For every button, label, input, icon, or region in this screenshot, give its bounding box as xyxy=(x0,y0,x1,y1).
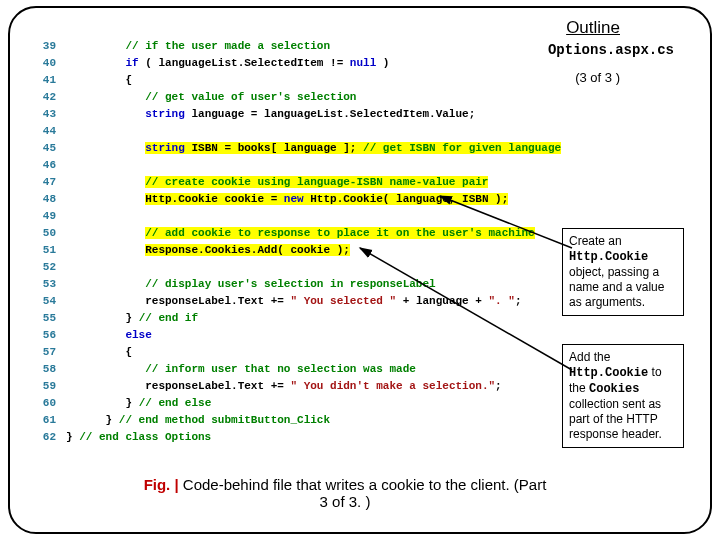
line-number: 53 xyxy=(42,276,66,293)
code-content: { xyxy=(66,72,132,89)
code-content: // inform user that no selection was mad… xyxy=(66,361,416,378)
line-number: 56 xyxy=(42,327,66,344)
code-line: 56 else xyxy=(42,327,542,344)
callout-code: Http.Cookie xyxy=(569,366,648,380)
code-line: 47 // create cookie using language-ISBN … xyxy=(42,174,542,191)
line-number: 59 xyxy=(42,378,66,395)
line-number: 60 xyxy=(42,395,66,412)
code-line: 46 xyxy=(42,157,542,174)
line-number: 44 xyxy=(42,123,66,140)
line-number: 50 xyxy=(42,225,66,242)
line-number: 57 xyxy=(42,344,66,361)
code-content: if ( languageList.SelectedItem != null ) xyxy=(66,55,389,72)
line-number: 48 xyxy=(42,191,66,208)
line-number: 43 xyxy=(42,106,66,123)
code-line: 45 string ISBN = books[ language ]; // g… xyxy=(42,140,542,157)
callout-text: object, passing a name and a value as ar… xyxy=(569,265,664,309)
figure-text: Code-behind file that writes a cookie to… xyxy=(179,476,547,510)
callout-text: Add the xyxy=(569,350,610,364)
code-content: Response.Cookies.Add( cookie ); xyxy=(66,242,350,259)
code-content: // if the user made a selection xyxy=(66,38,330,55)
callout-text: collection sent as part of the HTTP resp… xyxy=(569,397,677,442)
code-line: 39 // if the user made a selection xyxy=(42,38,542,55)
code-line: 52 xyxy=(42,259,542,276)
line-number: 40 xyxy=(42,55,66,72)
code-content: responseLabel.Text += " You didn't make … xyxy=(66,378,502,395)
code-line: 48 Http.Cookie cookie = new Http.Cookie(… xyxy=(42,191,542,208)
code-listing: 39 // if the user made a selection40 if … xyxy=(42,38,542,446)
code-content: // create cookie using language-ISBN nam… xyxy=(66,174,488,191)
line-number: 58 xyxy=(42,361,66,378)
code-content: { xyxy=(66,344,132,361)
code-content: Http.Cookie cookie = new Http.Cookie( la… xyxy=(66,191,508,208)
code-content: // add cookie to response to place it on… xyxy=(66,225,535,242)
line-number: 61 xyxy=(42,412,66,429)
code-content: } // end if xyxy=(66,310,198,327)
line-number: 55 xyxy=(42,310,66,327)
code-line: 49 xyxy=(42,208,542,225)
code-line: 58 // inform user that no selection was … xyxy=(42,361,542,378)
code-line: 55 } // end if xyxy=(42,310,542,327)
code-line: 43 string language = languageList.Select… xyxy=(42,106,542,123)
line-number: 62 xyxy=(42,429,66,446)
figure-caption: Fig. | Code-behind file that writes a co… xyxy=(140,476,550,510)
line-number: 52 xyxy=(42,259,66,276)
callout-text: Create an xyxy=(569,234,622,248)
code-line: 42 // get value of user's selection xyxy=(42,89,542,106)
line-number: 39 xyxy=(42,38,66,55)
line-number: 47 xyxy=(42,174,66,191)
code-line: 57 { xyxy=(42,344,542,361)
line-number: 45 xyxy=(42,140,66,157)
code-content: } // end class Options xyxy=(66,429,211,446)
code-line: 60 } // end else xyxy=(42,395,542,412)
code-line: 51 Response.Cookies.Add( cookie ); xyxy=(42,242,542,259)
code-line: 50 // add cookie to response to place it… xyxy=(42,225,542,242)
callout-code: Cookies xyxy=(589,382,639,396)
code-content xyxy=(66,259,73,276)
callout-create-cookie: Create an Http.Cookie object, passing a … xyxy=(562,228,684,316)
code-line: 44 xyxy=(42,123,542,140)
code-line: 62} // end class Options xyxy=(42,429,542,446)
code-content: else xyxy=(66,327,152,344)
code-line: 53 // display user's selection in respon… xyxy=(42,276,542,293)
code-content xyxy=(66,208,73,225)
slide-frame: Outline Options.aspx.cs (3 of 3 ) 39 // … xyxy=(8,6,712,534)
line-number: 49 xyxy=(42,208,66,225)
code-content: // display user's selection in responseL… xyxy=(66,276,436,293)
line-number: 41 xyxy=(42,72,66,89)
code-content xyxy=(66,123,73,140)
page-indicator: (3 of 3 ) xyxy=(575,70,620,85)
line-number: 46 xyxy=(42,157,66,174)
code-content: string language = languageList.SelectedI… xyxy=(66,106,475,123)
figure-label: Fig. | xyxy=(144,476,179,493)
code-content xyxy=(66,157,73,174)
callout-add-cookie: Add the Http.Cookie to the Cookies colle… xyxy=(562,344,684,448)
code-content: // get value of user's selection xyxy=(66,89,356,106)
code-content: string ISBN = books[ language ]; // get … xyxy=(66,140,561,157)
line-number: 54 xyxy=(42,293,66,310)
code-line: 40 if ( languageList.SelectedItem != nul… xyxy=(42,55,542,72)
code-line: 59 responseLabel.Text += " You didn't ma… xyxy=(42,378,542,395)
code-line: 54 responseLabel.Text += " You selected … xyxy=(42,293,542,310)
code-line: 61 } // end method submitButton_Click xyxy=(42,412,542,429)
callout-code: Http.Cookie xyxy=(569,250,648,264)
filename-label: Options.aspx.cs xyxy=(548,42,674,58)
line-number: 51 xyxy=(42,242,66,259)
code-content: } // end method submitButton_Click xyxy=(66,412,330,429)
code-line: 41 { xyxy=(42,72,542,89)
outline-link[interactable]: Outline xyxy=(566,18,620,38)
code-content: } // end else xyxy=(66,395,211,412)
line-number: 42 xyxy=(42,89,66,106)
code-content: responseLabel.Text += " You selected " +… xyxy=(66,293,522,310)
